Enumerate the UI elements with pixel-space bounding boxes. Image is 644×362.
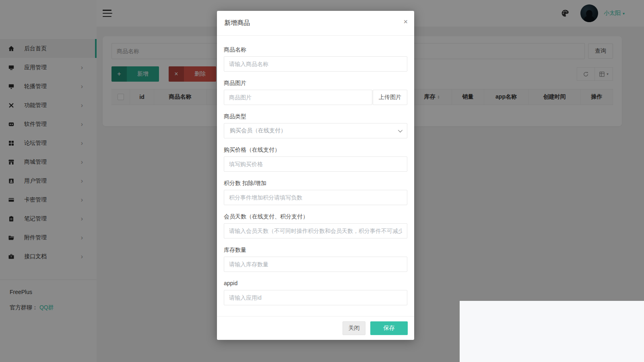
modal-footer: 关闭 保存 — [217, 316, 414, 340]
modal-body: 商品名称商品图片上传图片商品类型购买会员（在线支付）购买价格（在线支付）积分数 … — [217, 36, 414, 305]
modal-field-3: 购买价格（在线支付） — [224, 146, 407, 172]
modal-field-7: appid — [224, 280, 407, 305]
modal-field-input-0[interactable] — [224, 56, 407, 72]
modal-field-2: 商品类型购买会员（在线支付） — [224, 113, 407, 138]
modal-field-input-7[interactable] — [224, 290, 407, 305]
modal-field-label: 积分数 扣除/增加 — [224, 179, 407, 187]
add-product-modal: 新增商品 × 商品名称商品图片上传图片商品类型购买会员（在线支付）购买价格（在线… — [217, 11, 414, 340]
modal-field-input-3[interactable] — [224, 156, 407, 172]
modal-header: 新增商品 — [217, 11, 414, 36]
white-panel — [460, 301, 644, 362]
modal-field-input-5[interactable] — [224, 223, 407, 239]
modal-field-input-4[interactable] — [224, 190, 407, 205]
upload-image-button[interactable]: 上传图片 — [373, 90, 407, 105]
modal-field-label: 商品图片 — [224, 79, 407, 87]
modal-field-5: 会员天数（在线支付、积分支付） — [224, 213, 407, 239]
product-image-input[interactable] — [224, 90, 372, 105]
modal-field-6: 库存数量 — [224, 246, 407, 272]
modal-field-label: 商品类型 — [224, 113, 407, 120]
modal-field-label: appid — [224, 280, 407, 287]
modal-field-0: 商品名称 — [224, 46, 407, 72]
product-type-select[interactable]: 购买会员（在线支付） — [224, 123, 407, 138]
chevron-down-icon — [398, 128, 402, 132]
modal-save-button[interactable]: 保存 — [370, 321, 408, 335]
modal-title: 新增商品 — [224, 19, 250, 27]
modal-field-input-6[interactable] — [224, 257, 407, 272]
modal-field-4: 积分数 扣除/增加 — [224, 179, 407, 205]
modal-field-1: 商品图片上传图片 — [224, 79, 407, 105]
modal-field-label: 库存数量 — [224, 246, 407, 254]
modal-close-button[interactable]: 关闭 — [343, 321, 365, 335]
modal-field-label: 商品名称 — [224, 46, 407, 53]
modal-field-label: 购买价格（在线支付） — [224, 146, 407, 154]
modal-close-icon[interactable]: × — [403, 18, 408, 25]
modal-field-label: 会员天数（在线支付、积分支付） — [224, 213, 407, 220]
